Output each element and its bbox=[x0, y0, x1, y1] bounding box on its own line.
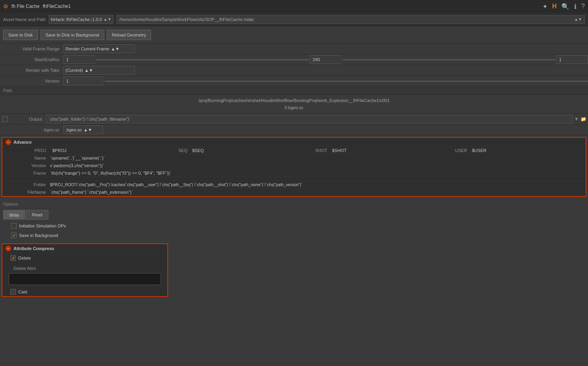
asset-name-label: Asset Name and Path bbox=[3, 17, 46, 22]
extension-label: .bgeo.sc bbox=[0, 127, 63, 132]
init-sim-checkbox[interactable] bbox=[11, 223, 17, 229]
extension-value: .bgeo.sc bbox=[65, 127, 82, 132]
start-end-inc-label: Start/End/Inc bbox=[0, 57, 63, 62]
name-label: Name bbox=[2, 156, 50, 160]
start-field[interactable]: 1 bbox=[63, 55, 95, 64]
app-icon: ⚙ bbox=[3, 3, 8, 10]
render-with-take-label: Render with Take bbox=[0, 68, 63, 73]
start-end-inc-row: Start/End/Inc 1 240 1 bbox=[0, 54, 588, 65]
asset-path-arrow: ▲▼ bbox=[574, 17, 582, 21]
valid-frame-range-arrow: ▲▼ bbox=[111, 46, 120, 51]
advance-section: − Advance PROJ $PROJ SEQ $SEQ SHOT $SHOT… bbox=[2, 137, 586, 197]
proj-label: PROJ bbox=[2, 148, 50, 153]
app-name: fh File Cache bbox=[11, 4, 40, 9]
advance-version-value: v`padzero(3,chs("version"))` bbox=[50, 163, 586, 168]
frame-label: Frame bbox=[2, 171, 50, 175]
file-name: fhFileCache1 bbox=[43, 4, 71, 9]
search-icon[interactable]: 🔍 bbox=[561, 3, 569, 10]
name-row: Name `opname('..')`__`opname('.')` bbox=[2, 154, 586, 162]
tab-write[interactable]: Write bbox=[3, 210, 25, 220]
advance-version-row: Version v`padzero(3,chs("version"))` bbox=[2, 162, 586, 170]
delete-attrs-input[interactable] bbox=[9, 273, 161, 285]
asset-name-arrow: ▲▼ bbox=[103, 17, 111, 21]
path-full: /proj/BurningProj/caches/shohei/HoudiniW… bbox=[3, 97, 585, 104]
end-field[interactable]: 240 bbox=[310, 55, 342, 64]
folder-value: $PROJ_ROOT/`chs("path__Proj")`/caches/`c… bbox=[50, 183, 586, 187]
save-background-label: Save in Background bbox=[19, 233, 58, 238]
inc-field[interactable]: 1 bbox=[556, 55, 588, 64]
tab-read[interactable]: Read bbox=[26, 210, 48, 220]
attribute-compress-section: − Attribute Compress ✓ Delete Delete Att… bbox=[2, 243, 168, 297]
render-with-take-row: Render with Take (Current) ▲▼ bbox=[0, 65, 588, 76]
advance-version-label: Version bbox=[2, 163, 50, 168]
options-title: Options bbox=[3, 200, 585, 208]
version-label: Version bbox=[0, 79, 63, 83]
name-value: `opname('..')`__`opname('.')` bbox=[50, 156, 586, 160]
frame-row: Frame `ifs(ch("trange") == 0, "0", ifs(f… bbox=[2, 170, 586, 177]
path-display: /proj/BurningProj/caches/shohei/HoudiniW… bbox=[0, 95, 588, 114]
start-end-inc-control: 1 240 1 bbox=[63, 55, 588, 64]
save-to-disk-button[interactable]: Save to Disk bbox=[3, 30, 38, 40]
shot-value: $SHOT bbox=[330, 148, 446, 153]
attr-compress-header: − Attribute Compress bbox=[2, 244, 167, 253]
output-input[interactable] bbox=[46, 115, 573, 123]
advance-collapse-btn[interactable]: − bbox=[6, 139, 11, 145]
output-icons: ▼ 📁 bbox=[573, 116, 588, 122]
advance-header: − Advance bbox=[2, 138, 586, 147]
title-bar: ⚙ fh File Cache fhFileCache1 ✦ H 🔍 ℹ ? bbox=[0, 0, 588, 13]
delete-row: ✓ Delete bbox=[2, 253, 167, 263]
attr-compress-collapse-btn[interactable]: − bbox=[6, 246, 11, 251]
proj-value: $PROJ bbox=[50, 148, 166, 153]
params-area: Valid Frame Range Render Current Frame ▲… bbox=[0, 44, 588, 87]
render-with-take-select[interactable]: (Current) ▲▼ bbox=[63, 66, 135, 75]
folder-row: Folder $PROJ_ROOT/`chs("path__Proj")`/ca… bbox=[2, 181, 586, 189]
cast-label: Cast bbox=[18, 289, 27, 294]
extension-row: .bgeo.sc .bgeo.sc ▲▼ bbox=[0, 124, 588, 135]
info-icon[interactable]: ℹ bbox=[574, 3, 577, 10]
filename-label: FileName bbox=[2, 190, 50, 195]
cast-row: Cast bbox=[2, 287, 167, 296]
valid-frame-range-row: Valid Frame Range Render Current Frame ▲… bbox=[0, 44, 588, 54]
extension-select[interactable]: .bgeo.sc ▲▼ bbox=[63, 125, 103, 134]
folder-icon[interactable]: 📁 bbox=[580, 116, 586, 122]
asset-name-select[interactable]: fxHack::fhFileCache::1.0.0 ▲▼ bbox=[49, 15, 113, 24]
version-row: Version bbox=[0, 76, 588, 87]
shot-label: SHOT bbox=[306, 148, 330, 153]
settings-icon[interactable]: ✦ bbox=[542, 3, 548, 10]
valid-frame-range-control: Render Current Frame ▲▼ bbox=[63, 44, 588, 53]
extension-arrow: ▲▼ bbox=[84, 127, 92, 132]
path-filename: 0.bgeo.sc bbox=[3, 104, 585, 112]
save-background-checkbox[interactable]: ✓ bbox=[11, 233, 17, 238]
houdini-icon[interactable]: H bbox=[552, 3, 557, 10]
output-row: Output ▼ 📁 bbox=[0, 114, 588, 124]
version-control bbox=[63, 77, 588, 85]
filename-row: FileName `chs("path_frame")``chs("path_e… bbox=[2, 189, 586, 196]
delete-checkbox[interactable]: ✓ bbox=[10, 255, 16, 261]
user-value: $USER bbox=[469, 148, 586, 153]
title-bar-icons: ✦ H 🔍 ℹ ? bbox=[542, 3, 585, 10]
valid-frame-range-select[interactable]: Render Current Frame ▲▼ bbox=[63, 44, 135, 53]
user-label: USER bbox=[446, 148, 469, 153]
help-icon[interactable]: ? bbox=[581, 3, 585, 10]
init-sim-label: Initialize Simulation OPs bbox=[19, 223, 66, 228]
seq-value: $SEQ bbox=[190, 148, 306, 153]
render-with-take-arrow: ▲▼ bbox=[84, 68, 93, 73]
range-inputs: 1 240 1 bbox=[63, 55, 588, 64]
title-bar-left: ⚙ fh File Cache fhFileCache1 bbox=[3, 3, 71, 10]
tabs-row: Write Read bbox=[3, 208, 585, 221]
asset-row: Asset Name and Path fxHack::fhFileCache:… bbox=[0, 13, 588, 26]
path-section: Path /proj/BurningProj/caches/shohei/Hou… bbox=[0, 87, 588, 135]
advance-spacer bbox=[2, 177, 586, 181]
cast-checkbox[interactable] bbox=[10, 289, 16, 295]
extension-control: .bgeo.sc ▲▼ bbox=[63, 125, 588, 134]
save-to-disk-background-button[interactable]: Save to Disk in Background bbox=[40, 30, 104, 40]
delete-label: Delete bbox=[18, 256, 31, 260]
frame-value: `ifs(ch("trange") == 0, "0", ifs(frac(ch… bbox=[50, 171, 586, 175]
output-label: Output bbox=[10, 117, 46, 121]
advance-title: Advance bbox=[13, 140, 32, 144]
version-slider[interactable] bbox=[105, 81, 588, 82]
dropdown-icon[interactable]: ▼ bbox=[574, 116, 579, 122]
reload-geometry-button[interactable]: Reload Geometry bbox=[107, 30, 151, 40]
version-input[interactable] bbox=[63, 77, 103, 85]
output-checkbox[interactable] bbox=[2, 116, 8, 122]
